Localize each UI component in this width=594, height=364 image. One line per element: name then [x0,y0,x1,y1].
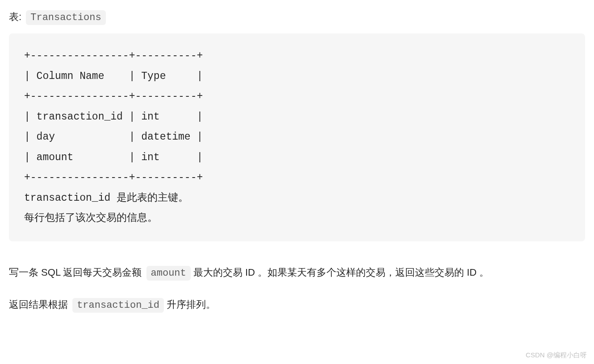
table-prefix: 表: [9,11,24,22]
problem-description-2: 返回结果根据 transaction_id 升序排列。 [9,296,585,314]
code-block-content: +----------------+----------+ | Column N… [24,46,570,229]
table-label-line: 表: Transactions [9,9,585,25]
p2-code-transaction-id: transaction_id [72,298,164,313]
p1-code-amount: amount [146,266,191,281]
p1-text-before: 写一条 SQL 返回每天交易金额 [9,267,145,278]
problem-description-1: 写一条 SQL 返回每天交易金额 amount 最大的交易 ID 。如果某天有多… [9,263,585,283]
code-block: +----------------+----------+ | Column N… [9,33,585,241]
p1-text-after: 最大的交易 ID 。如果某天有多个这样的交易，返回这些交易的 ID 。 [191,267,489,278]
table-name-code: Transactions [26,10,105,25]
p2-text-after: 升序排列。 [164,299,216,310]
p2-text-before: 返回结果根据 [9,299,71,310]
